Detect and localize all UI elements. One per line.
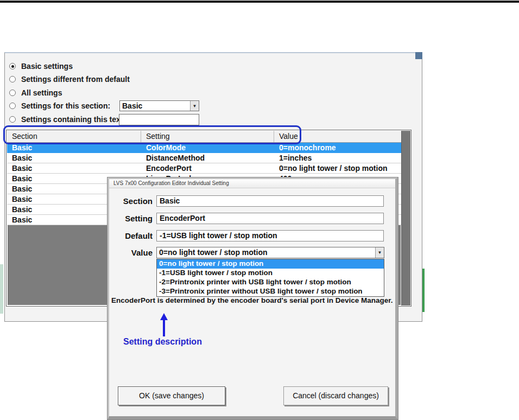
setting-field-label: Setting	[109, 214, 153, 223]
vertical-scrollbar[interactable]	[401, 131, 410, 306]
settings-table-header: Section Setting Value	[7, 131, 401, 143]
ok-button[interactable]: OK (save changes)	[118, 386, 225, 405]
background-sliver-left	[0, 264, 3, 314]
cell-section: Basic	[7, 153, 141, 163]
radio-settings-containing-text[interactable]: Settings containing this text:	[9, 114, 125, 124]
annotation-arrow-shaft	[163, 320, 165, 336]
individual-setting-dialog: LVS 7x00 Configuration Editor Individual…	[107, 177, 398, 419]
section-filter-value: Basic	[120, 101, 190, 111]
radio-label: Basic settings	[21, 62, 73, 71]
radio-basic-settings[interactable]: Basic settings	[9, 61, 73, 71]
default-field-label: Default	[109, 231, 153, 240]
section-field-input[interactable]: Basic	[156, 195, 384, 207]
radio-label: Settings different from default	[21, 75, 130, 84]
value-combobox[interactable]: 0=no light tower / stop motion ▼	[156, 247, 384, 258]
text-filter-input[interactable]	[119, 114, 199, 125]
radio-button-icon	[9, 103, 16, 109]
cell-value: 0=monochrome	[274, 143, 401, 152]
table-row[interactable]: Basic EncoderPort 0=no light tower / sto…	[7, 163, 401, 174]
default-field-input[interactable]: -1=USB light tower / stop motion	[156, 230, 384, 241]
cell-value: 0=no light tower / stop motion	[274, 163, 401, 173]
radio-button-icon	[9, 63, 16, 69]
dropdown-option[interactable]: 0=no light tower / stop motion	[157, 259, 384, 269]
setting-description-text: EncoderPort is determined by the encoder…	[111, 296, 394, 305]
setting-field-input[interactable]: EncoderPort	[156, 213, 384, 224]
radio-button-icon	[9, 116, 16, 123]
chevron-down-icon[interactable]: ▼	[190, 101, 199, 111]
page-top-rule	[0, 1, 519, 3]
column-header-section[interactable]: Section	[7, 131, 141, 142]
radio-label: All settings	[21, 88, 62, 97]
section-filter-combobox[interactable]: Basic ▼	[119, 100, 199, 111]
cancel-button[interactable]: Cancel (discard changes)	[283, 386, 388, 405]
radio-button-icon	[9, 90, 16, 96]
chevron-down-icon[interactable]: ▼	[375, 247, 384, 258]
cell-section: Basic	[7, 143, 141, 152]
column-header-value[interactable]: Value	[274, 131, 401, 142]
column-header-setting[interactable]: Setting	[141, 131, 274, 142]
radio-label: Settings for this section:	[21, 101, 110, 110]
radio-all-settings[interactable]: All settings	[9, 88, 62, 98]
annotation-label: Setting description	[123, 337, 202, 347]
table-row[interactable]: Basic DistanceMethod 1=inches	[7, 153, 401, 163]
cell-value: 1=inches	[274, 153, 401, 163]
value-field-label: Value	[109, 248, 153, 257]
radio-label: Settings containing this text:	[21, 115, 125, 124]
dialog-title-bar: LVS 7x00 Configuration Editor Individual…	[109, 179, 395, 188]
dialog-body: Section Basic Setting EncoderPort Defaul…	[109, 188, 395, 416]
radio-settings-for-section[interactable]: Settings for this section:	[9, 101, 110, 111]
cell-section: Basic	[7, 163, 141, 173]
value-dropdown-list: 0=no light tower / stop motion -1=USB li…	[156, 259, 384, 297]
screenshot-root: Basic settings Settings different from d…	[0, 0, 519, 420]
dropdown-option[interactable]: -2=Printronix printer with USB light tow…	[157, 278, 384, 287]
dropdown-option[interactable]: -3=Printronix printer without USB light …	[157, 287, 384, 296]
radio-settings-different-from-default[interactable]: Settings different from default	[9, 74, 130, 84]
cell-setting: ColorMode	[141, 143, 274, 152]
dropdown-option[interactable]: -1=USB light tower / stop motion	[157, 269, 384, 278]
section-field-label: Section	[109, 196, 153, 206]
cell-setting: DistanceMethod	[141, 153, 274, 163]
window-corner-chip	[415, 52, 422, 59]
cell-setting: EncoderPort	[141, 163, 274, 173]
table-row[interactable]: Basic ColorMode 0=monochrome	[7, 143, 401, 153]
value-combobox-selected: 0=no light tower / stop motion	[157, 247, 375, 258]
radio-button-icon	[9, 76, 16, 82]
